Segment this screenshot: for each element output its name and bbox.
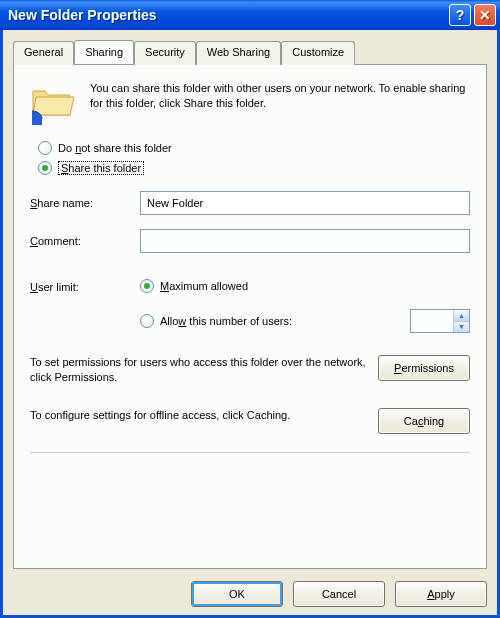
radio-icon xyxy=(140,279,154,293)
window-title: New Folder Properties xyxy=(8,7,449,23)
shared-folder-icon xyxy=(30,81,78,127)
spinner-arrows: ▲ ▼ xyxy=(453,310,469,332)
tab-panel-sharing: You can share this folder with other use… xyxy=(13,64,487,569)
share-name-input[interactable] xyxy=(140,191,470,215)
intro-section: You can share this folder with other use… xyxy=(30,81,470,127)
radio-share-this-folder[interactable]: Share this folder xyxy=(38,161,470,175)
tab-security[interactable]: Security xyxy=(134,41,196,65)
help-button[interactable]: ? xyxy=(449,4,471,26)
permissions-section: To set permissions for users who access … xyxy=(30,355,470,386)
radio-do-not-share[interactable]: Do not share this folder xyxy=(38,141,470,155)
ok-button[interactable]: OK xyxy=(191,581,283,607)
caching-section: To configure settings for offline access… xyxy=(30,408,470,434)
user-limit-section: User limit: Maximum allowed Allow this n… xyxy=(30,279,470,333)
close-icon: ✕ xyxy=(479,7,491,23)
radio-label: Do not share this folder xyxy=(58,142,172,154)
dialog-actions: OK Cancel Apply xyxy=(13,569,487,607)
radio-label: Allow this number of users: xyxy=(160,315,292,327)
permissions-button[interactable]: Permissions xyxy=(378,355,470,381)
help-icon: ? xyxy=(456,7,465,23)
tab-strip: General Sharing Security Web Sharing Cus… xyxy=(13,40,487,64)
window-body: General Sharing Security Web Sharing Cus… xyxy=(0,30,500,618)
tab-general[interactable]: General xyxy=(13,41,74,65)
radio-icon xyxy=(140,314,154,328)
caching-text: To configure settings for offline access… xyxy=(30,408,366,423)
permissions-text: To set permissions for users who access … xyxy=(30,355,366,386)
radio-allow-number[interactable]: Allow this number of users: ▲ ▼ xyxy=(140,309,470,333)
user-count-spinner[interactable]: ▲ ▼ xyxy=(410,309,470,333)
intro-text: You can share this folder with other use… xyxy=(90,81,470,127)
user-limit-label: User limit: xyxy=(30,279,140,333)
spinner-up-icon[interactable]: ▲ xyxy=(453,310,469,322)
share-fields: Share name: Comment: xyxy=(30,191,470,267)
title-bar[interactable]: New Folder Properties ? ✕ xyxy=(0,0,500,30)
spinner-value[interactable] xyxy=(411,310,453,332)
divider xyxy=(30,452,470,453)
tab-web-sharing[interactable]: Web Sharing xyxy=(196,41,281,65)
share-name-row: Share name: xyxy=(30,191,470,215)
radio-label: Share this folder xyxy=(58,161,144,175)
comment-row: Comment: xyxy=(30,229,470,253)
titlebar-buttons: ? ✕ xyxy=(449,4,496,26)
comment-input[interactable] xyxy=(140,229,470,253)
apply-button[interactable]: Apply xyxy=(395,581,487,607)
comment-label: Comment: xyxy=(30,235,140,247)
tab-sharing[interactable]: Sharing xyxy=(74,40,134,64)
spinner-down-icon[interactable]: ▼ xyxy=(453,322,469,333)
radio-label: Maximum allowed xyxy=(160,280,248,292)
caching-button[interactable]: Caching xyxy=(378,408,470,434)
cancel-button[interactable]: Cancel xyxy=(293,581,385,607)
radio-icon xyxy=(38,161,52,175)
tab-customize[interactable]: Customize xyxy=(281,41,355,65)
radio-icon xyxy=(38,141,52,155)
close-button[interactable]: ✕ xyxy=(474,4,496,26)
radio-max-allowed[interactable]: Maximum allowed xyxy=(140,279,470,293)
share-name-label: Share name: xyxy=(30,197,140,209)
